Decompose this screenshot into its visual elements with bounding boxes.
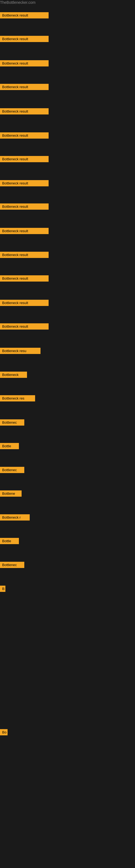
bottleneck-label: Bo [0,729,8,735]
site-title: TheBottlenecker.com [0,0,36,5]
bottleneck-label: Bottleneck result [0,36,49,42]
bottleneck-label: Bottlenec [0,562,24,568]
bottleneck-label: Bottleneck result [0,12,49,19]
bottleneck-label: Bottlene [0,490,21,497]
bottleneck-label: Bottleneck result [0,300,49,306]
bottleneck-item: Bottleneck result [0,275,49,283]
bottleneck-item: Bottleneck result [0,132,49,140]
bottleneck-label: Bottlenec [0,467,24,473]
bottleneck-label: Bottleneck r [0,514,30,521]
bottleneck-label: Bottlenec [0,420,24,426]
bottleneck-item: Bottleneck r [0,514,30,522]
bottleneck-item: B [0,586,5,593]
bottleneck-label: B [0,586,5,592]
bottleneck-item: Bottleneck result [0,204,49,211]
bottleneck-item: Bottleneck result [0,108,49,116]
bottleneck-item: Bottlenec [0,467,24,474]
bottleneck-item: Bottlenec [0,420,24,427]
bottleneck-label: Bottleneck result [0,228,49,234]
bottleneck-label: Bottleneck result [0,84,49,90]
bottleneck-label: Bottleneck [0,372,27,378]
bottleneck-label: Bottleneck result [0,323,49,330]
bottleneck-label: Bottle [0,538,19,544]
site-header: TheBottlenecker.com [0,0,135,5]
bottleneck-item: Bottle [0,443,19,450]
bottleneck-item: Bottleneck result [0,323,49,331]
bottleneck-label: Bottleneck result [0,132,49,138]
bottleneck-item: Bottle [0,538,19,545]
bottleneck-item: Bottleneck res [0,395,35,403]
bottleneck-label: Bottleneck result [0,204,49,210]
bottleneck-item: Bottlenec [0,562,24,569]
bottleneck-item: Bottleneck result [0,156,49,163]
bottleneck-label: Bottleneck result [0,60,49,66]
bottleneck-item: Bottleneck result [0,12,49,20]
bottleneck-label: Bottleneck res [0,395,35,401]
bottleneck-label: Bottleneck result [0,252,49,258]
bottleneck-label: Bottleneck result [0,156,49,162]
bottleneck-item: Bottleneck result [0,180,49,187]
bottleneck-item: Bottleneck [0,372,27,379]
bottleneck-label: Bottleneck resu [0,348,41,354]
bottleneck-item: Bottleneck result [0,300,49,307]
bottleneck-item: Bo [0,729,8,737]
bottleneck-item: Bottleneck result [0,60,49,67]
bottleneck-label: Bottle [0,443,19,449]
bottleneck-item: Bottleneck resu [0,348,41,355]
bottleneck-item: Bottleneck result [0,36,49,43]
bottleneck-label: Bottleneck result [0,275,49,282]
bottleneck-label: Bottleneck result [0,108,49,115]
bottleneck-item: Bottleneck result [0,84,49,91]
bottleneck-item: Bottlene [0,490,21,498]
bottleneck-item: Bottleneck result [0,252,49,259]
bottleneck-label: Bottleneck result [0,180,49,186]
bottleneck-item: Bottleneck result [0,228,49,235]
